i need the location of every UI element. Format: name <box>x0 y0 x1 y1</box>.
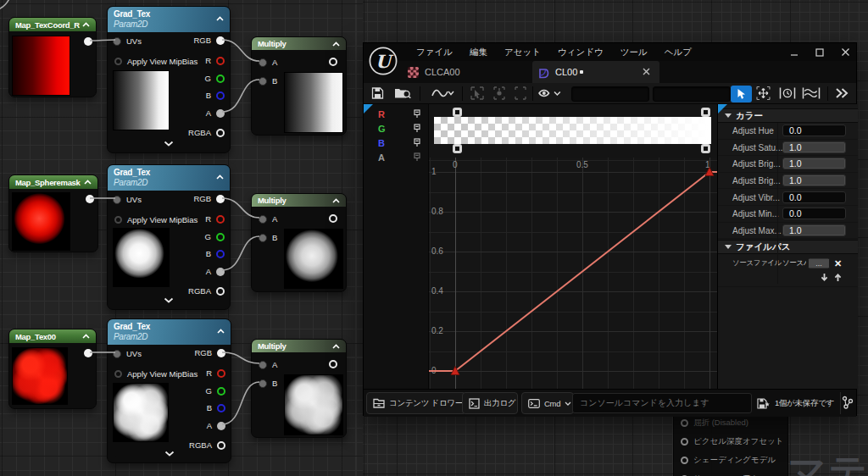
collapse-up-icon[interactable] <box>332 42 340 47</box>
pin-channel-icon[interactable] <box>414 121 420 136</box>
unsaved-status[interactable]: 1個が未保存です <box>757 392 834 414</box>
source-file-value[interactable]: ソースパ <box>782 258 806 268</box>
output-pin[interactable] <box>84 349 92 357</box>
output-pin[interactable] <box>329 214 337 223</box>
collapse-up-icon[interactable] <box>332 344 340 349</box>
cmd-dropdown-button[interactable]: Cmd <box>521 392 574 414</box>
input-b[interactable]: B <box>259 233 277 242</box>
pin-channel-icon[interactable] <box>414 107 420 122</box>
node-map-spheremask[interactable]: Map_Spheremask <box>8 174 98 252</box>
pin-shading-model[interactable]: シェーディングモデル <box>674 455 776 465</box>
select-keys-icon[interactable] <box>470 86 484 100</box>
menu-tools[interactable]: ツール <box>612 47 656 58</box>
browse-file-button[interactable]: ... <box>808 257 830 268</box>
unreal-logo-icon[interactable]: U <box>368 46 398 76</box>
output-r[interactable]: R <box>206 368 225 378</box>
tab-close-icon[interactable] <box>639 65 654 79</box>
output-rgba[interactable]: RGBA <box>188 128 225 137</box>
input-uvs[interactable]: UVs <box>113 195 142 204</box>
collapse-up-icon[interactable] <box>216 16 224 21</box>
expand-down-icon[interactable] <box>164 445 174 460</box>
collapse-up-icon[interactable] <box>216 174 224 180</box>
pin-pixel-depth-offset[interactable]: ピクセル深度オフセット <box>674 436 784 446</box>
menu-help[interactable]: ヘルプ <box>656 47 700 58</box>
content-drawer-button[interactable]: コンテンツ ドロワー <box>366 392 466 414</box>
collapse-up-icon[interactable] <box>82 22 90 27</box>
output-g[interactable]: G <box>205 74 225 83</box>
output-r[interactable]: R <box>205 56 225 65</box>
output-rgba[interactable]: RGBA <box>188 286 225 296</box>
gradient-key-handle-start-bottom[interactable] <box>453 144 462 153</box>
input-mipbias[interactable]: Apply View MipBias <box>114 57 198 66</box>
pointer-select-button[interactable] <box>731 86 752 102</box>
input-a[interactable]: A <box>259 58 277 67</box>
output-pin[interactable] <box>329 58 337 66</box>
node-grad-tex-2[interactable]: Grad_TexParam2D UVs Apply View MipBias R… <box>107 164 231 310</box>
input-b[interactable]: B <box>259 76 277 86</box>
clear-file-icon[interactable]: ✕ <box>834 257 842 268</box>
collapse-up-icon[interactable] <box>332 198 340 203</box>
collapse-up-icon[interactable] <box>82 334 90 339</box>
channel-row-g[interactable]: G <box>364 121 428 136</box>
channel-row-a[interactable]: A <box>364 150 428 164</box>
minimize-button[interactable] <box>785 45 804 60</box>
adjust-saturation-input[interactable]: 1.0 <box>782 141 846 153</box>
channel-row-b[interactable]: B <box>364 136 428 150</box>
maximize-button[interactable] <box>810 45 829 60</box>
key-time-field[interactable] <box>571 86 649 102</box>
output-b[interactable]: B <box>206 91 225 100</box>
output-a[interactable]: A <box>206 267 225 276</box>
adjust-brightness-input[interactable]: 1.0 <box>782 158 846 169</box>
key-value-field[interactable] <box>653 86 731 102</box>
output-g[interactable]: G <box>205 232 225 241</box>
section-file-path[interactable]: ファイルパス <box>718 240 858 254</box>
visibility-icon[interactable] <box>538 87 564 99</box>
pin-channel-icon[interactable] <box>414 150 420 165</box>
node-grad-tex-3[interactable]: Grad_TexParam2D UVs Apply View MipBias R… <box>107 318 231 463</box>
material-result-node[interactable]: 屈折 (Disabled) ピクセル深度オフセット シェーディングモデル サーフ… <box>673 412 788 476</box>
output-pin[interactable] <box>329 360 337 368</box>
frame-selection-icon[interactable] <box>515 86 526 100</box>
toolbar-overflow-icon[interactable] <box>835 88 849 99</box>
revision-control-icon[interactable] <box>842 396 854 413</box>
output-rgba[interactable]: RGBA <box>189 440 225 450</box>
tab-clca00[interactable]: CLCA00 <box>401 61 467 83</box>
menu-window[interactable]: ウィンドウ <box>549 47 612 58</box>
input-a[interactable]: A <box>259 214 277 224</box>
output-r[interactable]: R <box>205 214 225 224</box>
export-up-icon[interactable] <box>833 270 843 285</box>
output-pin[interactable] <box>86 195 94 203</box>
node-grad-tex-1[interactable]: Grad_TexParam2D UVs Apply View MipBias R… <box>107 6 231 153</box>
output-pin[interactable] <box>84 37 92 46</box>
console-command-input[interactable]: コンソールコマンドを入力します <box>572 393 752 413</box>
output-rgb[interactable]: RGB <box>193 36 225 45</box>
collapse-up-icon[interactable] <box>217 329 225 334</box>
pan-tool-icon[interactable] <box>756 86 771 101</box>
gradient-key-handle-end-top[interactable] <box>701 108 710 117</box>
input-uvs[interactable]: UVs <box>113 36 142 46</box>
output-b[interactable]: B <box>207 403 225 412</box>
pin-refraction[interactable]: 屈折 (Disabled) <box>674 418 748 428</box>
menu-asset[interactable]: アセット <box>496 47 549 58</box>
channel-row-r[interactable]: R <box>364 107 428 121</box>
input-b[interactable]: B <box>259 379 277 388</box>
save-icon[interactable] <box>371 87 384 100</box>
close-button[interactable] <box>836 45 854 60</box>
browse-to-asset-icon[interactable] <box>394 87 411 100</box>
output-a[interactable]: A <box>207 421 225 430</box>
pin-channel-icon[interactable] <box>414 136 420 151</box>
input-mipbias[interactable]: Apply View MipBias <box>114 369 198 379</box>
node-map-tex00[interactable]: Map_Tex00 <box>8 329 97 409</box>
value-snap-icon[interactable] <box>802 87 821 100</box>
input-uvs[interactable]: UVs <box>113 349 142 358</box>
output-b[interactable]: B <box>206 249 225 258</box>
tab-cl00-active[interactable]: CL00 <box>532 61 659 83</box>
expand-down-icon[interactable] <box>164 291 174 307</box>
input-a[interactable]: A <box>259 360 277 369</box>
input-mipbias[interactable]: Apply View MipBias <box>114 215 198 224</box>
output-a[interactable]: A <box>206 108 225 118</box>
adjust-vibrance-input[interactable]: 0.0 <box>782 191 846 203</box>
output-rgb[interactable]: RGB <box>194 348 225 357</box>
node-multiply-3[interactable]: Multiply A B <box>251 339 347 438</box>
adjust-hue-input[interactable]: 0.0 <box>782 125 846 136</box>
